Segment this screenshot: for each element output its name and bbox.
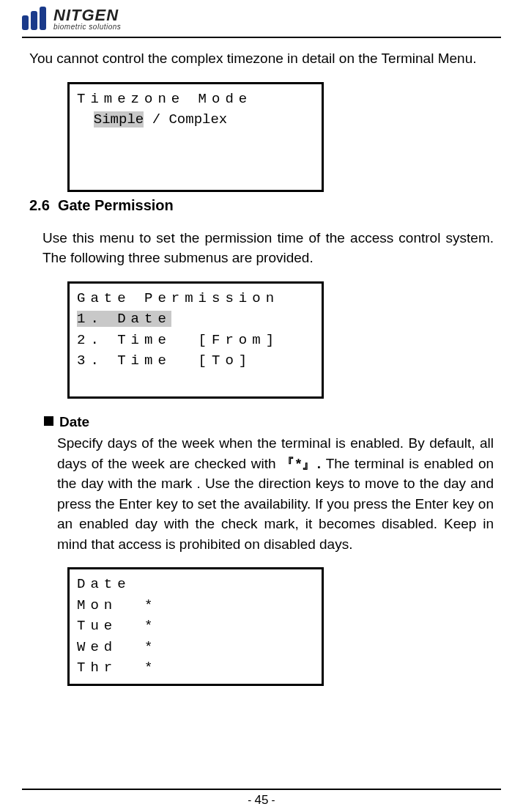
footer-divider [22,789,501,790]
mark-star: * [296,456,301,471]
subsection-title: Date [59,414,89,429]
footer-pre: - [248,794,254,806]
lcd-item-1: 1. Date [77,309,314,330]
lcd-row-mon: Mon * [77,595,314,616]
logo-name: NITGEN [53,7,121,23]
lcd-gate-permission: Gate Permission 1. Date 2. Time [From] 3… [67,281,324,399]
mark-pre: 『 [281,456,295,471]
lcd-row-thr: Thr * [77,657,314,679]
page-header: NITGEN biometric solutions [22,7,501,35]
page-footer: - 45 - [22,793,501,812]
lcd-title: Timezone Mode [77,89,314,110]
bullet-square-icon [44,416,53,426]
lcd-item-3: 3. Time [To] [77,350,314,372]
page-number: 45 [255,793,269,807]
lcd-row: Simple / Complex [77,109,314,130]
lcd-item-2: 2. Time [From] [77,330,314,351]
logo-icon [22,8,46,30]
header-divider [22,37,501,38]
lcd-date-days: Date Mon * Tue * Wed * Thr * [67,567,324,686]
logo-tagline: biometric solutions [53,23,121,31]
lcd-row-wed: Wed * [77,637,314,658]
footer-post: - [268,794,275,806]
lcd-selected: Simple [94,111,144,128]
lcd-selected-item: 1. Date [77,311,171,327]
lcd-rest: / Complex [144,111,227,128]
section-2-6-paragraph: Use this menu to set the permission time… [42,228,494,268]
section-heading-2-6: 2.6 Gate Permission [29,195,494,216]
section-number: 2.6 [29,197,50,213]
lcd-row-tue: Tue * [77,616,314,637]
lcd-title: Date [77,574,314,595]
date-paragraph: Specify days of the week when the termin… [57,433,494,554]
section-title: Gate Permission [58,197,174,213]
lcd-timezone-mode: Timezone Mode Simple / Complex [67,82,324,192]
subsection-date-heading: Date [44,412,494,432]
mark-post: 』. [301,456,321,471]
logo-text: NITGEN biometric solutions [53,7,121,31]
lcd-title: Gate Permission [77,288,314,309]
intro-paragraph: You cannot control the complex timezone … [29,48,494,69]
